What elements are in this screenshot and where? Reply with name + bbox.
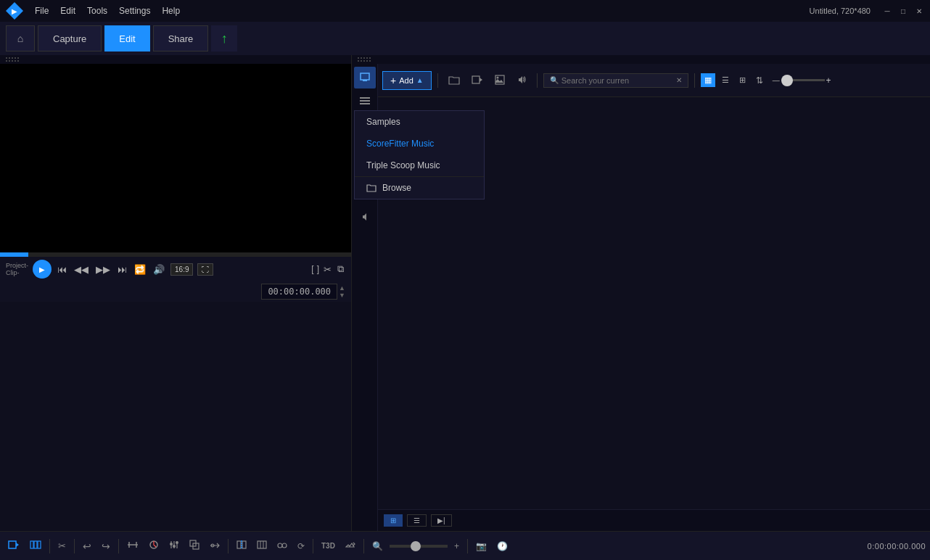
nav-capture-button[interactable]: Capture [38, 25, 102, 52]
svg-point-20 [170, 543, 173, 545]
media-bottom-btn-2[interactable]: ☰ [407, 514, 427, 527]
tl-title3d-button[interactable]: T3D [318, 540, 339, 552]
zoom-thumb[interactable] [781, 75, 793, 86]
media-toolbar: + Add ▲ [378, 64, 930, 97]
loop-button[interactable]: 🔁 [133, 263, 147, 276]
tl-ripple-button[interactable] [273, 539, 291, 553]
nav-home-button[interactable]: ⌂ [6, 25, 35, 52]
tl-zoom-thumb[interactable] [411, 541, 421, 551]
add-dropdown-panel: Samples ScoreFitter Music Triple Scoop M… [354, 110, 485, 199]
preview-progress-bar[interactable] [0, 252, 351, 257]
tl-separator-4 [228, 539, 229, 553]
toolbar-separator-3 [694, 73, 695, 88]
prev-mark-button[interactable]: ⏮ [56, 263, 68, 276]
svg-rect-0 [361, 73, 369, 80]
tl-tools-button[interactable]: ✂ [54, 538, 70, 553]
video-filter-button[interactable] [467, 73, 487, 88]
tl-separator-5 [313, 539, 313, 553]
tl-separator-1 [49, 539, 50, 553]
play-button[interactable]: ▶ [33, 260, 52, 279]
window-controls: ─ □ ✕ [882, 6, 924, 16]
tl-audio-mix-button[interactable] [165, 538, 183, 554]
tl-redo-button[interactable]: ↪ [98, 538, 114, 554]
svg-marker-7 [480, 78, 482, 82]
nav-bar: ⌂ Capture Edit Share ↑ [0, 22, 930, 55]
photo-filter-button[interactable] [490, 72, 509, 89]
tl-storyboard-mode-button[interactable] [26, 538, 45, 553]
tl-zoom-in-button[interactable]: + [450, 539, 463, 553]
tl-motion-button[interactable] [206, 539, 223, 553]
copy-icon[interactable]: ⧉ [336, 262, 345, 276]
fullscreen-button[interactable]: ⛶ [197, 263, 213, 276]
sidebar-audio-button[interactable] [354, 206, 376, 228]
timecode-down[interactable]: ▼ [339, 292, 345, 299]
tl-mask-button[interactable] [342, 538, 359, 553]
preview-panel: Project- Clip- ▶ ⏮ ◀◀ ▶▶ ⏭ 🔁 🔊 16:9 ⛶ [ … [0, 55, 352, 531]
dropdown-triplescoop[interactable]: Triple Scoop Music [355, 155, 484, 176]
timecode-row: 00:00:00.000 ▲ ▼ [0, 281, 351, 302]
media-bottom-btn-3[interactable]: ▶| [431, 514, 452, 527]
svg-rect-13 [34, 541, 37, 548]
timeline-section: ✂ ↩ ↪ ⟳ T3D [0, 531, 930, 560]
dropdown-scorefitter[interactable]: ScoreFitter Music [355, 133, 484, 155]
folder-button[interactable] [444, 72, 464, 89]
prev-frame-button[interactable]: ◀◀ [73, 263, 90, 276]
sort-button[interactable]: ⇅ [752, 73, 767, 88]
tl-split-button[interactable] [233, 538, 250, 553]
media-drag-dots [356, 54, 372, 65]
menu-file[interactable]: File [35, 6, 49, 16]
close-button[interactable]: ✕ [914, 6, 924, 16]
search-clear-button[interactable]: ✕ [676, 76, 682, 84]
menu-help[interactable]: Help [162, 6, 180, 16]
nav-share-button[interactable]: Share [153, 25, 209, 52]
volume-button[interactable]: 🔊 [152, 263, 166, 276]
tl-zoom-slider[interactable] [390, 545, 448, 548]
zoom-track[interactable] [781, 79, 825, 81]
nav-upload-button[interactable]: ↑ [211, 25, 237, 52]
dropdown-browse[interactable]: Browse [355, 176, 484, 199]
app-logo [6, 2, 23, 20]
search-input[interactable] [561, 76, 676, 85]
toolbar-separator-2 [537, 73, 538, 88]
clip-label: Clip- [6, 269, 28, 276]
tl-color-button[interactable] [145, 538, 162, 554]
tl-undo-button[interactable]: ↩ [79, 538, 95, 554]
preview-video [0, 64, 351, 252]
view-large-button[interactable]: ▦ [701, 73, 715, 87]
menu-tools[interactable]: Tools [87, 6, 107, 16]
tl-zoom-out-button[interactable]: 🔍 [369, 539, 387, 553]
tl-video-mode-button[interactable] [4, 538, 23, 553]
svg-rect-28 [237, 541, 241, 548]
svg-rect-2 [360, 97, 370, 99]
dropdown-samples[interactable]: Samples [355, 111, 484, 133]
tl-snapshot-button[interactable]: 📷 [472, 539, 490, 553]
timecode-up[interactable]: ▲ [339, 284, 345, 292]
add-icon: + [390, 75, 396, 86]
tl-trim-button[interactable] [123, 538, 142, 553]
view-grid-button[interactable]: ⊞ [736, 73, 749, 87]
tl-overlay-button[interactable] [186, 538, 203, 554]
add-button[interactable]: + Add ▲ [382, 71, 432, 90]
next-frame-button[interactable]: ▶▶ [94, 263, 112, 276]
media-bottom-btn-1[interactable]: ⊞ [384, 514, 403, 527]
preview-drag-handle [0, 55, 351, 64]
tl-clock-button[interactable]: 🕐 [493, 539, 511, 553]
title-bar-right: Untitled, 720*480 ─ □ ✕ [810, 6, 924, 16]
tl-multi-trim-button[interactable] [253, 538, 271, 553]
next-mark-button[interactable]: ⏭ [116, 263, 128, 276]
cut-icon[interactable]: ✂ [322, 263, 333, 276]
sidebar-import-button[interactable] [354, 67, 376, 88]
main-layout: Project- Clip- ▶ ⏮ ◀◀ ▶▶ ⏭ 🔁 🔊 16:9 ⛶ [ … [0, 55, 930, 531]
search-container: 🔍 ✕ [543, 73, 688, 88]
maximize-button[interactable]: □ [898, 6, 908, 16]
toolbar-separator-1 [437, 73, 438, 88]
menu-edit[interactable]: Edit [60, 6, 75, 16]
menu-settings[interactable]: Settings [119, 6, 150, 16]
nav-edit-button[interactable]: Edit [104, 25, 149, 52]
tl-loop-button[interactable]: ⟳ [294, 539, 308, 553]
audio-filter-button[interactable] [512, 72, 531, 89]
view-list-button[interactable]: ☰ [718, 73, 733, 87]
minimize-button[interactable]: ─ [882, 6, 892, 16]
sidebar-timeline-button[interactable] [354, 90, 376, 112]
svg-point-9 [496, 76, 498, 78]
